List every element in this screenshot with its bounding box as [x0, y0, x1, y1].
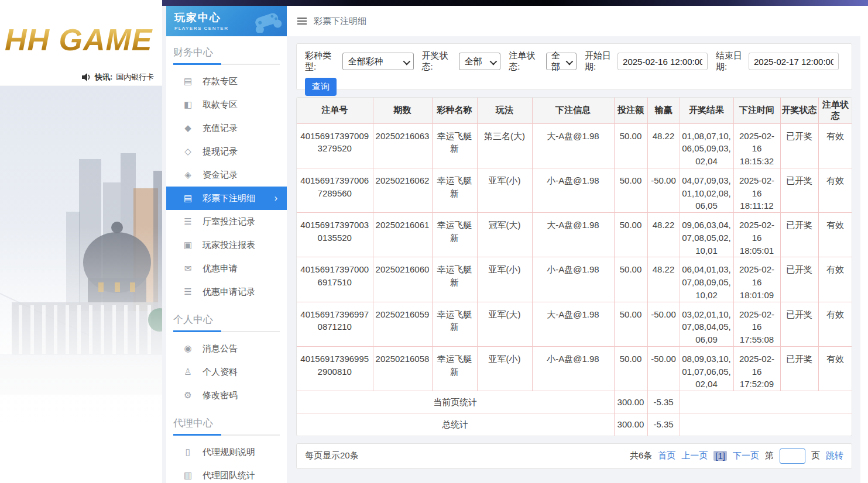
table-cell: 50.00 — [614, 257, 647, 302]
sidebar-item-withdraw[interactable]: ◧取款专区 — [166, 93, 287, 116]
stats-bet-total: 300.00 — [614, 413, 647, 436]
table-cell: -50.00 — [647, 168, 680, 212]
top-gradient-bar — [162, 0, 868, 6]
table-row: 40156917397003013552020250216061幸运飞艇新冠军(… — [297, 213, 852, 257]
agent-rules-icon: ▯ — [183, 447, 193, 457]
table-cell: 幸运飞艇新 — [432, 213, 477, 257]
page-jump-input[interactable] — [780, 448, 805, 464]
sidebar-item-recharge-record[interactable]: ◆充值记录 — [166, 116, 287, 140]
sidebar-section-title: 财务中心 — [166, 36, 287, 64]
city-skyline-graphic — [0, 86, 162, 483]
table-cell: 06,04,01,03,07,08,09,05,10,02 — [680, 257, 733, 302]
main-header: 彩票下注明细 — [287, 6, 860, 36]
table-cell: 20250216061 — [373, 213, 432, 257]
filter-panel: 彩种类型: 全部彩种 开奖状态: 全部 注单状态: — [296, 43, 852, 90]
sidebar-item-label: 修改密码 — [203, 390, 238, 401]
table-cell: 48.22 — [647, 123, 680, 168]
search-button[interactable]: 查询 — [305, 78, 337, 96]
stats-winloss-total: -5.35 — [647, 413, 680, 436]
table-cell: 2025-02-16 17:52:09 — [733, 346, 780, 391]
column-header: 下注信息 — [532, 98, 614, 123]
table-cell: 幸运飞艇新 — [432, 302, 477, 346]
first-page-link[interactable]: 首页 — [658, 450, 675, 461]
table-cell: 401569173970030135520 — [297, 213, 373, 257]
table-cell: 已开奖 — [780, 302, 818, 346]
lottery-type-select[interactable]: 全部彩种 — [342, 53, 413, 70]
order-status-label: 注单状态: — [509, 50, 543, 73]
table-cell: 401569173969952900810 — [297, 346, 373, 391]
sidebar-item-promo-apply[interactable]: ✉优惠申请 — [166, 257, 287, 280]
gamepad-icon — [252, 9, 282, 33]
lottery-bet-details-icon: ▤ — [183, 193, 193, 203]
table-cell: 有效 — [818, 257, 852, 302]
sidebar-item-change-password[interactable]: ⚙修改密码 — [166, 384, 287, 407]
table-cell: 已开奖 — [780, 213, 818, 257]
table-cell: 已开奖 — [780, 346, 818, 391]
sidebar-item-label: 代理规则说明 — [203, 447, 255, 458]
sidebar-header: 玩家中心 PLAYERS CENTER — [166, 6, 287, 36]
table-row: 40156917396995290081020250216058幸运飞艇新亚军(… — [297, 346, 852, 391]
sidebar-item-announcements[interactable]: ◉消息公告 — [166, 337, 287, 360]
table-cell: 小-A盘@1.98 — [532, 346, 614, 391]
table-cell: 20250216062 — [373, 168, 432, 212]
page-stats-row-label: 当前页统计 — [297, 391, 614, 413]
table-cell: 401569173970093279520 — [297, 123, 373, 168]
table-cell: 小-A盘@1.98 — [532, 168, 614, 212]
sidebar-item-agent-rules[interactable]: ▯代理规则说明 — [166, 440, 287, 464]
next-page-link[interactable]: 下一页 — [733, 450, 759, 461]
table-cell: 48.22 — [647, 257, 680, 302]
lottery-type-label: 彩种类型: — [305, 50, 339, 73]
column-header: 下注时间 — [733, 98, 780, 123]
sidebar-item-withdrawal-record[interactable]: ◇提现记录 — [166, 140, 287, 163]
table-cell: 2025-02-16 18:05:01 — [733, 213, 780, 257]
table-cell: 幸运飞艇新 — [432, 168, 477, 212]
table-cell: 401569173970067289560 — [297, 168, 373, 212]
table-cell: 第三名(大) — [477, 123, 532, 168]
pager: 共6条 首页 上一页 [1] 下一页 第 页 跳转 — [630, 448, 843, 464]
prev-page-link[interactable]: 上一页 — [681, 450, 708, 461]
bet-table-card: 注单号期数彩种名称玩法下注信息投注额输赢开奖结果下注时间开奖状态注单状态4015… — [296, 97, 852, 436]
end-date-input[interactable] — [749, 53, 839, 70]
sidebar-item-lottery-bet-details[interactable]: ▤彩票下注明细› — [166, 187, 287, 210]
sidebar-item-label: 优惠申请 — [203, 263, 238, 274]
sidebar: 玩家中心 PLAYERS CENTER 财务中心▤存款专区◧取款专区◆充值记录◇… — [166, 6, 287, 483]
table-row: 40156917397009327952020250216063幸运飞艇新第三名… — [297, 123, 852, 168]
sidebar-item-agent-team-stats[interactable]: ▥代理团队统计 — [166, 464, 287, 483]
sidebar-item-player-bet-report[interactable]: ▣玩家投注报表 — [166, 233, 287, 257]
table-cell: 03,02,01,10,07,08,04,05,06,09 — [680, 302, 733, 346]
sidebar-item-deposit[interactable]: ▤存款专区 — [166, 70, 287, 93]
table-cell: 亚军(小) — [477, 168, 532, 212]
start-date-label: 开始日期: — [585, 50, 615, 73]
start-date-input[interactable] — [617, 53, 708, 70]
draw-status-select[interactable]: 全部 — [459, 53, 500, 70]
sidebar-item-label: 取款专区 — [203, 99, 238, 111]
sidebar-item-promo-apply-records[interactable]: ☰优惠申请记录 — [166, 280, 287, 303]
profile-icon: ♙ — [183, 367, 193, 377]
table-cell: -50.00 — [647, 346, 680, 391]
news-ticker: 快讯: 国内银行卡 — [0, 72, 162, 82]
table-cell: 08,09,03,10,01,07,06,05,02,04 — [680, 346, 733, 391]
table-cell: 大-A盘@1.98 — [532, 213, 614, 257]
sidebar-item-funds-record[interactable]: ◈资金记录 — [166, 163, 287, 187]
table-cell: 20250216063 — [373, 123, 432, 168]
sidebar-item-profile[interactable]: ♙个人资料 — [166, 360, 287, 384]
deposit-icon: ▤ — [183, 76, 193, 87]
sidebar-item-hall-bet-records[interactable]: ☰厅室投注记录 — [166, 210, 287, 233]
table-cell: 01,08,07,10,06,05,09,03,02,04 — [680, 123, 733, 168]
table-row: 40156917397006728956020250216062幸运飞艇新亚军(… — [297, 168, 852, 212]
table-cell: 已开奖 — [780, 257, 818, 302]
promo-apply-icon: ✉ — [183, 263, 193, 274]
table-cell: 幸运飞艇新 — [432, 123, 477, 168]
jump-link[interactable]: 跳转 — [826, 450, 843, 461]
sidebar-item-label: 资金记录 — [203, 170, 238, 181]
site-logo: HH GAME — [5, 22, 153, 57]
menu-icon[interactable] — [297, 18, 307, 25]
order-status-select[interactable]: 全部 — [546, 53, 577, 70]
section-divider — [173, 331, 280, 332]
table-cell: 亚军(大) — [477, 302, 532, 346]
sidebar-section-title: 个人中心 — [166, 303, 287, 331]
main-content: 彩种类型: 全部彩种 开奖状态: 全部 注单状态: — [287, 36, 860, 469]
withdrawal-record-icon: ◇ — [183, 146, 193, 157]
player-center-panel: 玩家中心 PLAYERS CENTER 财务中心▤存款专区◧取款专区◆充值记录◇… — [162, 0, 868, 483]
column-header: 开奖结果 — [680, 98, 733, 123]
